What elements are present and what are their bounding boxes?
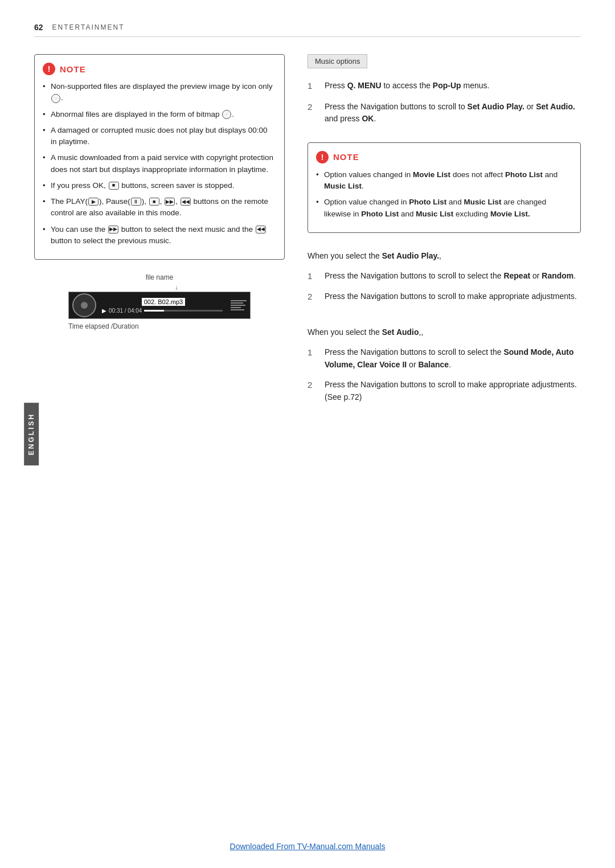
left-note-box: ! NOTE Non-supported files are displayed… [34, 54, 285, 260]
right-note-icon: ! [316, 151, 329, 163]
player-progress-bar [144, 310, 223, 312]
set-audio-play-intro: When you select the Set Audio Play., [308, 250, 581, 262]
set-audio-steps: 1 Press the Navigation buttons to scroll… [308, 346, 581, 404]
file-name-label: file name [34, 273, 285, 281]
music-options-steps: 1 Press Q. MENU to access the Pop-Up men… [308, 80, 581, 125]
play-icon: ▶ [88, 198, 99, 206]
set-audio-intro: When you select the Set Audio,, [308, 326, 581, 338]
sidebar-english-label: ENGLISH [24, 403, 39, 465]
next-icon: ▶▶ [108, 226, 118, 234]
player-disc-inner [81, 302, 88, 309]
bar-4 [231, 307, 241, 308]
bar-2 [231, 302, 243, 304]
player-filename: 002. B02.mp3 [142, 298, 186, 306]
note-list: Non-supported files are displayed the pr… [43, 81, 274, 247]
set-audio-play-steps: 1 Press the Navigation buttons to scroll… [308, 270, 581, 304]
player-time: 00:31 / 04:04 [109, 308, 142, 314]
player-arrow: ↓ [68, 284, 285, 290]
icon-dot: · [51, 94, 60, 103]
step-num-2: 2 [308, 101, 321, 125]
step-item: 2 Press the Navigation buttons to scroll… [308, 379, 581, 403]
stop-icon: ■ [149, 198, 159, 206]
step-item: 2 Press the Navigation buttons to scroll… [308, 101, 581, 125]
ok-icon: ■ [109, 182, 119, 190]
player-time-row: ▶ 00:31 / 04:04 [102, 308, 225, 314]
step-num-2: 2 [308, 290, 321, 304]
section-title: ENTERTAINMENT [52, 23, 125, 31]
player-bar: 002. B02.mp3 ▶ 00:31 / 04:04 [68, 292, 251, 319]
list-item: Non-supported files are displayed the pr… [43, 81, 274, 104]
list-item: A damaged or corrupted music does not pl… [43, 125, 274, 148]
list-item: Option values changed in Movie List does… [316, 169, 570, 193]
step-text-1: Press Q. MENU to access the Pop-Up menus… [325, 80, 489, 93]
player-right-bars [227, 298, 250, 313]
player-progress-fill [144, 310, 163, 312]
footer: Downloaded From TV-Manual.com Manuals [34, 842, 581, 851]
step-num-1: 1 [308, 80, 321, 93]
note-header: ! NOTE [43, 63, 274, 75]
time-label: Time elapsed /Duration [68, 322, 285, 330]
step-text-2: Press the Navigation buttons to scroll t… [325, 290, 577, 304]
step-item: 1 Press Q. MENU to access the Pop-Up men… [308, 80, 581, 93]
right-column: Music options 1 Press Q. MENU to access … [308, 54, 581, 421]
step-num-1: 1 [308, 270, 321, 283]
right-note-box: ! NOTE Option values changed in Movie Li… [308, 142, 581, 233]
bar-5 [231, 309, 244, 310]
step-text-1: Press the Navigation buttons to scroll t… [325, 346, 581, 371]
list-item: You can use the ▶▶ button to select the … [43, 224, 274, 247]
list-item: A music downloaded from a paid service w… [43, 152, 274, 175]
right-note-header: ! NOTE [316, 151, 570, 163]
step-item: 1 Press the Navigation buttons to scroll… [308, 270, 581, 283]
list-item: Option value changed in Photo List and M… [316, 196, 570, 220]
list-item: The PLAY(▶), Pause(⏸), ■, ▶▶, ◀◀ buttons… [43, 196, 274, 219]
rew-icon: ◀◀ [181, 198, 191, 206]
note-icon: ! [43, 63, 55, 75]
right-note-list: Option values changed in Movie List does… [316, 169, 570, 220]
step-text-2: Press the Navigation buttons to scroll t… [325, 101, 581, 125]
page-header: 62 ENTERTAINMENT [34, 23, 581, 37]
step-text-1: Press the Navigation buttons to scroll t… [325, 270, 576, 283]
player-info: 002. B02.mp3 ▶ 00:31 / 04:04 [100, 294, 227, 316]
player-diagram: file name ↓ 002. B02.mp3 ▶ 00:31 / 04:04 [34, 273, 285, 330]
page-number: 62 [34, 23, 43, 32]
step-num-2: 2 [308, 379, 321, 403]
step-item: 1 Press the Navigation buttons to scroll… [308, 346, 581, 371]
music-options-label: Music options [308, 54, 367, 68]
bar-3 [231, 305, 245, 306]
step-num-1: 1 [308, 346, 321, 371]
music-options-section: Music options 1 Press Q. MENU to access … [308, 54, 581, 125]
set-audio-section: When you select the Set Audio,, 1 Press … [308, 326, 581, 404]
list-item: Abnormal files are displayed in the form… [43, 109, 274, 120]
left-column: ! NOTE Non-supported files are displayed… [34, 54, 285, 421]
right-note-title: NOTE [333, 152, 359, 162]
ff-icon: ▶▶ [165, 198, 175, 206]
pause-icon: ⏸ [131, 198, 141, 206]
step-text-2: Press the Navigation buttons to scroll t… [325, 379, 581, 403]
set-audio-play-section: When you select the Set Audio Play., 1 P… [308, 250, 581, 304]
note-title: NOTE [60, 64, 86, 74]
step-item: 2 Press the Navigation buttons to scroll… [308, 290, 581, 304]
player-play-icon: ▶ [102, 308, 106, 314]
player-disc [72, 293, 96, 317]
list-item: If you press OK, ■ buttons, screen saver… [43, 180, 274, 191]
prev-icon: ◀◀ [256, 226, 266, 234]
footer-link[interactable]: Downloaded From TV-Manual.com Manuals [230, 842, 386, 851]
icon-dot2: · [222, 110, 231, 119]
bar-1 [231, 300, 247, 301]
